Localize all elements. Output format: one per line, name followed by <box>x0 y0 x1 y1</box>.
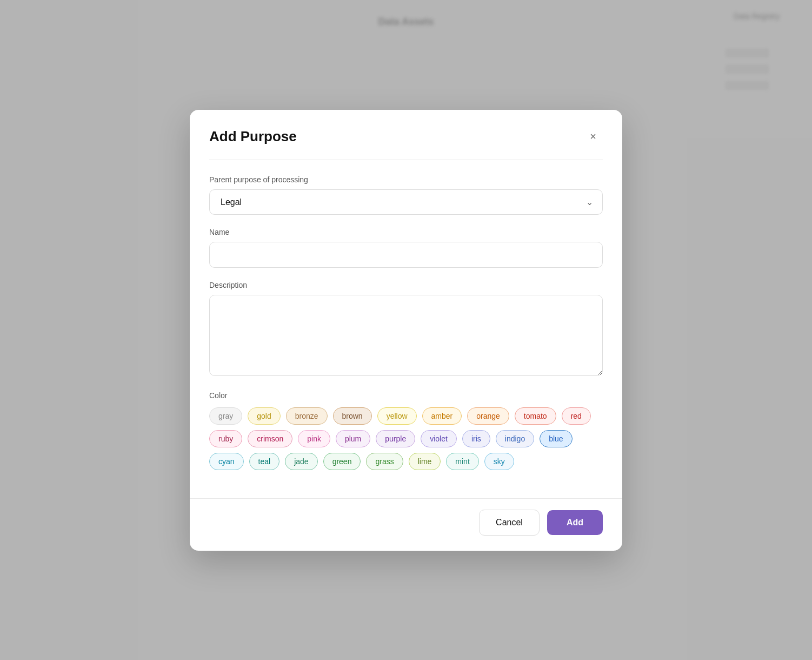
color-label: Color <box>209 391 603 400</box>
description-label: Description <box>209 281 603 289</box>
color-chip-teal[interactable]: teal <box>249 453 280 470</box>
color-chip-green[interactable]: green <box>323 453 361 470</box>
color-chip-brown[interactable]: brown <box>333 407 372 425</box>
modal-header: Add Purpose × <box>190 110 622 160</box>
color-chip-plum[interactable]: plum <box>336 430 370 447</box>
color-chip-mint[interactable]: mint <box>446 453 478 470</box>
color-chip-bronze[interactable]: bronze <box>286 407 328 425</box>
color-chip-cyan[interactable]: cyan <box>209 453 244 470</box>
color-chip-indigo[interactable]: indigo <box>496 430 534 447</box>
color-chip-ruby[interactable]: ruby <box>209 430 242 447</box>
color-chip-yellow[interactable]: yellow <box>377 407 417 425</box>
parent-purpose-label: Parent purpose of processing <box>209 175 603 184</box>
parent-purpose-select[interactable]: Legal Marketing Analytics Operations Com… <box>209 189 603 215</box>
color-chip-crimson[interactable]: crimson <box>248 430 292 447</box>
color-chip-blue[interactable]: blue <box>540 430 572 447</box>
name-field: Name <box>209 228 603 268</box>
color-chip-jade[interactable]: jade <box>285 453 317 470</box>
color-chip-red[interactable]: red <box>562 407 591 425</box>
description-input[interactable] <box>209 295 603 376</box>
color-chip-iris[interactable]: iris <box>462 430 490 447</box>
color-chip-lime[interactable]: lime <box>409 453 441 470</box>
color-chip-violet[interactable]: violet <box>421 430 457 447</box>
modal-body: Parent purpose of processing Legal Marke… <box>190 160 622 498</box>
color-chips-grid: graygoldbronzebrownyellowamberorangetoma… <box>209 407 603 470</box>
parent-purpose-field: Parent purpose of processing Legal Marke… <box>209 175 603 215</box>
color-chip-pink[interactable]: pink <box>298 430 330 447</box>
color-chip-gold[interactable]: gold <box>248 407 280 425</box>
modal-overlay: Add Purpose × Parent purpose of processi… <box>0 0 812 660</box>
color-chip-tomato[interactable]: tomato <box>515 407 556 425</box>
name-input[interactable] <box>209 242 603 268</box>
modal-title: Add Purpose <box>209 128 297 145</box>
color-chip-gray[interactable]: gray <box>209 407 242 425</box>
name-label: Name <box>209 228 603 236</box>
add-button[interactable]: Add <box>547 510 603 535</box>
close-button[interactable]: × <box>583 127 603 147</box>
color-chip-purple[interactable]: purple <box>376 430 415 447</box>
add-purpose-modal: Add Purpose × Parent purpose of processi… <box>190 110 622 551</box>
color-chip-orange[interactable]: orange <box>467 407 509 425</box>
color-chip-amber[interactable]: amber <box>422 407 462 425</box>
color-chip-sky[interactable]: sky <box>484 453 514 470</box>
cancel-button[interactable]: Cancel <box>479 510 540 536</box>
color-chip-grass[interactable]: grass <box>366 453 403 470</box>
description-field: Description <box>209 281 603 378</box>
color-field: Color graygoldbronzebrownyellowamberoran… <box>209 391 603 470</box>
parent-purpose-select-wrapper: Legal Marketing Analytics Operations Com… <box>209 189 603 215</box>
modal-footer: Cancel Add <box>190 498 622 551</box>
